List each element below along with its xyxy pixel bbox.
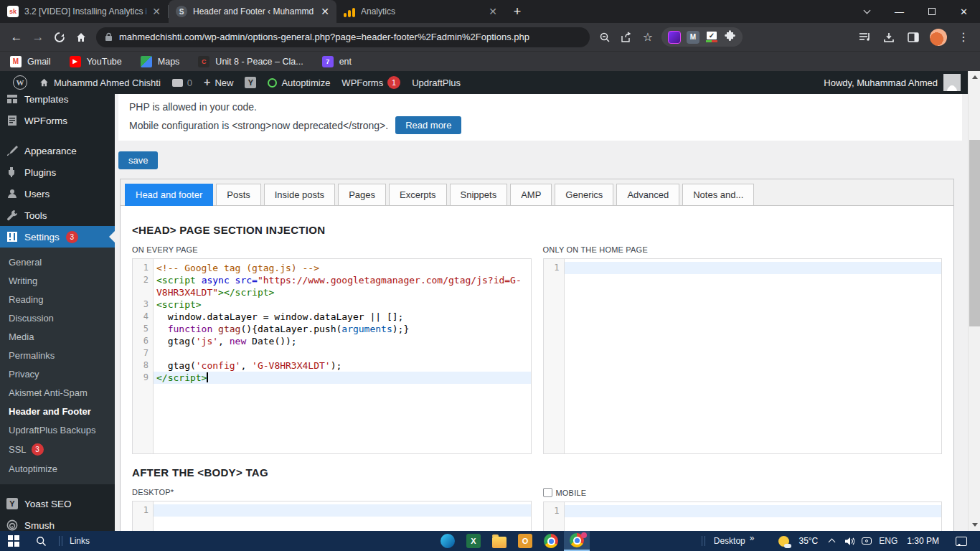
plugin-tab-generics[interactable]: Generics bbox=[555, 184, 613, 206]
scrollbar-down-arrow[interactable] bbox=[969, 519, 980, 531]
code-editor-desktop[interactable]: 1 bbox=[132, 501, 532, 531]
browser-tab-1[interactable]: sk 3.2 [VIDEO] Installing Analytics in ✕ bbox=[0, 0, 168, 23]
sidebar-item-wpforms[interactable]: WPForms bbox=[0, 110, 115, 131]
weather-icon[interactable] bbox=[778, 536, 789, 547]
reading-list-icon[interactable] bbox=[854, 27, 875, 48]
code-line[interactable]: gtag('js', new Date()); bbox=[154, 335, 531, 347]
clock[interactable]: 1:30 PM bbox=[902, 536, 944, 546]
editor-code-area[interactable] bbox=[565, 502, 942, 531]
account-menu[interactable]: Howdy, Muhammad Ahmed bbox=[824, 74, 961, 91]
settings-submenu-ssl[interactable]: SSL3 bbox=[0, 439, 115, 459]
back-button[interactable]: ← bbox=[6, 27, 27, 48]
settings-submenu-permalinks[interactable]: Permalinks bbox=[0, 346, 115, 364]
autoptimize-menu[interactable]: Autoptimize bbox=[262, 71, 336, 94]
plugin-tab-inside-posts[interactable]: Inside posts bbox=[264, 184, 335, 206]
meet-now-icon[interactable] bbox=[859, 531, 875, 551]
updraftplus-menu[interactable]: UpdraftPlus bbox=[406, 71, 466, 94]
taskbar-search-icon[interactable] bbox=[27, 531, 55, 551]
zoom-indicator-icon[interactable] bbox=[594, 27, 616, 48]
wp-logo-menu[interactable]: W bbox=[7, 71, 33, 94]
scrollbar-up-arrow[interactable] bbox=[969, 71, 980, 83]
bookmark-unit8[interactable]: CUnit 8 - Peace – Cla... bbox=[198, 56, 303, 67]
code-editor-mobile[interactable]: 1 bbox=[543, 501, 943, 531]
plugin-tab-excerpts[interactable]: Excerpts bbox=[389, 184, 447, 206]
extension-checker-icon[interactable]: ✓ bbox=[705, 31, 718, 44]
new-content-menu[interactable]: +New bbox=[198, 71, 239, 94]
plugin-tab-advanced[interactable]: Advanced bbox=[616, 184, 679, 206]
yoast-menu[interactable]: Y bbox=[239, 71, 262, 94]
bookmark-ent[interactable]: 7ent bbox=[322, 56, 352, 67]
forward-button[interactable]: → bbox=[27, 27, 49, 48]
code-line[interactable]: <script> bbox=[154, 298, 531, 311]
window-minimize-button[interactable]: — bbox=[883, 0, 915, 23]
code-line[interactable]: <!-- Google tag (gtag.js) --> bbox=[154, 262, 531, 274]
taskbar-file-explorer-icon[interactable] bbox=[486, 531, 512, 551]
taskbar-excel-icon[interactable]: X bbox=[461, 531, 486, 551]
code-line[interactable] bbox=[154, 347, 531, 359]
editor-code-area[interactable] bbox=[154, 501, 531, 531]
read-more-button[interactable]: Read more bbox=[395, 116, 461, 134]
wpforms-menu[interactable]: WPForms1 bbox=[336, 71, 406, 94]
tab-search-chevron-icon[interactable] bbox=[851, 0, 883, 23]
plugin-tab-head-and-footer[interactable]: Head and footer bbox=[125, 184, 213, 206]
code-line[interactable]: function gtag(){dataLayer.push(arguments… bbox=[154, 323, 531, 335]
window-close-button[interactable]: ✕ bbox=[948, 0, 980, 23]
settings-submenu-akismet-anti-spam[interactable]: Akismet Anti-Spam bbox=[0, 383, 115, 402]
links-toolbar-label[interactable]: Links bbox=[67, 536, 93, 546]
share-icon[interactable] bbox=[616, 27, 637, 48]
browser-menu-icon[interactable]: ⋮ bbox=[953, 27, 974, 48]
sidebar-item-plugins[interactable]: Plugins bbox=[0, 161, 115, 183]
side-panel-icon[interactable] bbox=[903, 27, 924, 48]
editor-code-area[interactable] bbox=[565, 259, 942, 453]
plugin-tab-snippets[interactable]: Snippets bbox=[450, 184, 508, 206]
sidebar-item-settings[interactable]: Settings 3 bbox=[0, 226, 115, 248]
settings-submenu-reading[interactable]: Reading bbox=[0, 290, 115, 309]
language-indicator[interactable]: ENG bbox=[876, 536, 900, 546]
hidden-icons-chevron[interactable] bbox=[829, 539, 836, 546]
tab-close-icon[interactable]: ✕ bbox=[321, 6, 329, 17]
tab-close-icon[interactable]: ✕ bbox=[152, 6, 161, 17]
new-tab-button[interactable]: + bbox=[507, 1, 527, 22]
sidebar-item-users[interactable]: Users bbox=[0, 183, 115, 204]
sidebar-item-smush[interactable]: Smush bbox=[0, 514, 115, 531]
page-scrollbar[interactable] bbox=[968, 71, 980, 531]
settings-submenu-writing[interactable]: Writing bbox=[0, 271, 115, 290]
window-maximize-button[interactable] bbox=[915, 0, 948, 23]
sidebar-item-tools[interactable]: Tools bbox=[0, 204, 115, 226]
sidebar-item-yoast-seo[interactable]: Y Yoast SEO bbox=[0, 493, 115, 514]
action-center-icon[interactable] bbox=[956, 537, 967, 546]
editor-code-area[interactable]: <!-- Google tag (gtag.js) --><script asy… bbox=[154, 259, 531, 453]
site-name-menu[interactable]: Muhammd Ahmed Chishti bbox=[33, 71, 166, 94]
taskbar-edge-icon[interactable] bbox=[435, 531, 461, 551]
settings-submenu-privacy[interactable]: Privacy bbox=[0, 364, 115, 383]
volume-icon[interactable] bbox=[842, 531, 857, 551]
address-bar[interactable]: mahmedchishti.com/wp-admin/options-gener… bbox=[96, 27, 590, 47]
browser-tab-2-active[interactable]: S Header and Footer ‹ Muhammd A ✕ bbox=[169, 0, 336, 23]
desktop-toolbar-label[interactable]: Desktop bbox=[711, 536, 748, 546]
settings-submenu-discussion[interactable]: Discussion bbox=[0, 309, 115, 327]
tab-close-icon[interactable]: ✕ bbox=[489, 6, 497, 17]
settings-submenu-media[interactable]: Media bbox=[0, 327, 115, 346]
profile-avatar[interactable] bbox=[930, 29, 947, 46]
code-line[interactable]: </script> bbox=[154, 372, 531, 384]
scrollbar-thumb[interactable] bbox=[969, 140, 980, 326]
extension-m-icon[interactable]: M bbox=[687, 31, 699, 44]
code-editor-every-page[interactable]: 123456789 <!-- Google tag (gtag.js) --><… bbox=[132, 258, 532, 454]
code-line[interactable]: <script async src="https://www.googletag… bbox=[154, 274, 531, 286]
reload-button[interactable] bbox=[49, 27, 70, 48]
extensions-puzzle-icon[interactable] bbox=[724, 29, 736, 44]
bookmark-maps[interactable]: Maps bbox=[141, 56, 180, 67]
extension-purple-icon[interactable] bbox=[668, 31, 681, 44]
plugin-tab-amp[interactable]: AMP bbox=[510, 184, 552, 206]
home-button[interactable] bbox=[70, 27, 92, 48]
code-line[interactable]: window.dataLayer = window.dataLayer || [… bbox=[154, 311, 531, 323]
settings-submenu-general[interactable]: General bbox=[0, 253, 115, 271]
browser-tab-3[interactable]: Analytics ✕ bbox=[336, 0, 504, 23]
temperature-text[interactable]: 35°C bbox=[794, 536, 822, 546]
code-line[interactable]: gtag('config', 'G-V8HR3X4LDT'); bbox=[154, 359, 531, 372]
desktop-expand-chevrons[interactable]: » bbox=[750, 533, 754, 543]
taskbar-chrome-icon[interactable] bbox=[538, 531, 564, 551]
sidebar-item-appearance[interactable]: Appearance bbox=[0, 140, 115, 161]
code-editor-home-page[interactable]: 1 bbox=[543, 258, 943, 454]
taskbar-outlook-icon[interactable]: O bbox=[512, 531, 538, 551]
